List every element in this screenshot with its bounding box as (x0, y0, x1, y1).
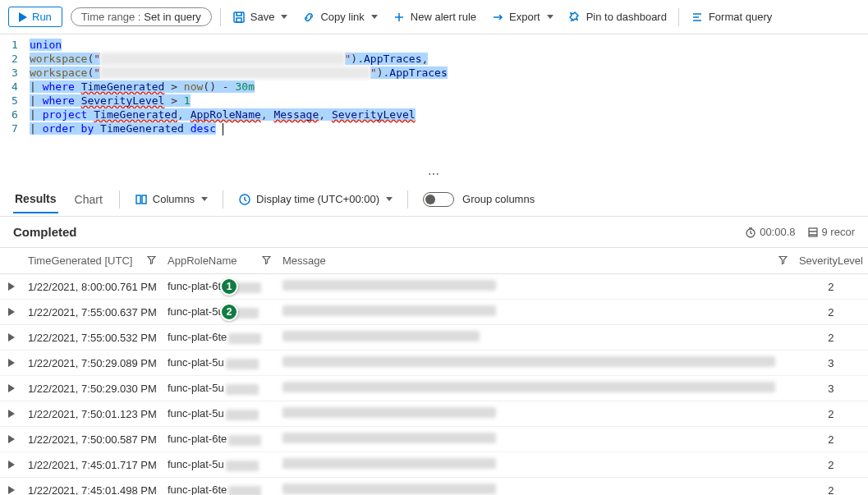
cell-severity: 2 (794, 274, 868, 300)
filter-icon[interactable] (262, 254, 271, 267)
cell-message (278, 351, 794, 376)
svg-marker-16 (8, 486, 15, 494)
filter-icon[interactable] (778, 254, 788, 267)
svg-rect-4 (142, 195, 146, 204)
cell-severity: 2 (794, 401, 868, 427)
cell-role: func-plat-6te (163, 325, 278, 351)
expand-row-button[interactable] (0, 427, 23, 452)
query-editor[interactable]: 1union2workspace("xxxxxxxxxxxxxxxxxxxxxx… (0, 34, 868, 166)
cell-severity: 2 (794, 478, 868, 496)
cell-severity: 2 (794, 427, 868, 452)
expand-row-button[interactable] (0, 274, 23, 300)
annotation-badge: 2 (220, 303, 238, 321)
table-row[interactable]: 1/22/2021, 7:55:00.532 PMfunc-plat-6te2 (0, 325, 868, 351)
expand-row-button[interactable] (0, 452, 23, 478)
svg-marker-8 (8, 282, 15, 291)
cell-message (278, 300, 794, 325)
columns-icon (135, 193, 148, 206)
cell-role: func-plat-5u2 (163, 300, 278, 325)
table-row[interactable]: 1/22/2021, 7:50:01.123 PMfunc-plat-5u2 (0, 401, 868, 427)
collapse-handle[interactable]: ⋯ (0, 166, 868, 182)
group-columns-toggle[interactable] (423, 192, 454, 207)
chevron-down-icon (201, 197, 208, 201)
svg-marker-12 (8, 384, 15, 392)
cell-severity: 2 (794, 452, 868, 478)
time-range-label: Time range : (81, 11, 141, 23)
chevron-down-icon (371, 15, 378, 19)
link-icon (302, 11, 315, 24)
expand-row-button[interactable] (0, 376, 23, 401)
table-row[interactable]: 1/22/2021, 7:50:29.089 PMfunc-plat-5u3 (0, 351, 868, 376)
expand-row-button[interactable] (0, 478, 23, 496)
cell-time: 1/22/2021, 7:50:01.123 PM (23, 401, 163, 427)
columns-label: Columns (153, 193, 195, 205)
format-icon (691, 11, 704, 24)
cell-time: 1/22/2021, 7:50:29.030 PM (23, 376, 163, 401)
save-label: Save (250, 11, 275, 23)
filter-icon[interactable] (147, 254, 156, 267)
play-icon (19, 12, 27, 22)
save-button[interactable]: Save (229, 7, 292, 27)
col-message[interactable]: Message (278, 248, 794, 274)
cell-message (278, 452, 794, 478)
pin-icon (568, 11, 581, 24)
table-row[interactable]: 1/22/2021, 7:50:29.030 PMfunc-plat-5u3 (0, 376, 868, 401)
status-text: Completed (13, 225, 77, 239)
table-row[interactable]: 1/22/2021, 7:55:00.637 PMfunc-plat-5u22 (0, 300, 868, 325)
group-columns-label: Group columns (462, 193, 535, 205)
timer-text: 00:00.8 (760, 226, 795, 238)
export-button[interactable]: Export (488, 7, 557, 27)
svg-rect-2 (237, 18, 241, 22)
format-label: Format query (709, 11, 772, 23)
cell-message (278, 401, 794, 427)
copy-link-button[interactable]: Copy link (299, 7, 380, 27)
svg-marker-13 (8, 410, 15, 418)
col-approlename[interactable]: AppRoleName (163, 248, 278, 274)
table-row[interactable]: 1/22/2021, 7:50:00.587 PMfunc-plat-6te2 (0, 427, 868, 452)
divider (223, 190, 223, 209)
pin-button[interactable]: Pin to dashboard (565, 7, 670, 27)
col-timegenerated[interactable]: TimeGenerated [UTC] (23, 248, 163, 274)
chevron-down-icon (281, 15, 287, 19)
cell-message (278, 478, 794, 496)
plus-icon (393, 11, 406, 24)
svg-marker-0 (19, 12, 27, 22)
stopwatch-icon (745, 227, 756, 238)
table-row[interactable]: 1/22/2021, 7:45:01.717 PMfunc-plat-5u2 (0, 452, 868, 478)
expand-row-button[interactable] (0, 351, 23, 376)
display-time-selector[interactable]: Display time (UTC+00:00) (238, 193, 393, 206)
export-label: Export (509, 11, 540, 23)
records-text: 9 recor (822, 226, 855, 238)
format-query-button[interactable]: Format query (687, 7, 775, 27)
cell-role: func-plat-6te1 (163, 274, 278, 300)
expand-row-button[interactable] (0, 300, 23, 325)
col-severitylevel[interactable]: SeverityLevel (794, 248, 868, 274)
cell-time: 1/22/2021, 7:50:00.587 PM (23, 427, 163, 452)
columns-selector[interactable]: Columns (135, 193, 208, 206)
cell-time: 1/22/2021, 8:00:00.761 PM (23, 274, 163, 300)
tab-chart[interactable]: Chart (73, 186, 104, 213)
run-label: Run (32, 11, 52, 23)
cell-time: 1/22/2021, 7:55:00.637 PM (23, 300, 163, 325)
cell-role: func-plat-6te (163, 478, 278, 496)
expand-row-button[interactable] (0, 325, 23, 351)
run-button[interactable]: Run (8, 7, 62, 27)
cell-time: 1/22/2021, 7:45:01.717 PM (23, 452, 163, 478)
divider (407, 190, 408, 209)
table-row[interactable]: 1/22/2021, 8:00:00.761 PMfunc-plat-6te12 (0, 274, 868, 300)
svg-marker-15 (8, 461, 15, 469)
cell-role: func-plat-5u (163, 401, 278, 427)
svg-marker-9 (8, 308, 15, 316)
divider (678, 8, 679, 26)
table-row[interactable]: 1/22/2021, 7:45:01.498 PMfunc-plat-6te2 (0, 478, 868, 496)
expand-row-button[interactable] (0, 401, 23, 427)
cell-message (278, 427, 794, 452)
cell-message (278, 274, 794, 300)
results-table: TimeGenerated [UTC] AppRoleName Message … (0, 247, 868, 495)
cell-time: 1/22/2021, 7:50:29.089 PM (23, 351, 163, 376)
clock-icon (238, 193, 251, 206)
new-alert-button[interactable]: New alert rule (389, 7, 480, 27)
toolbar: Run Time range : Set in query Save Copy … (0, 0, 868, 34)
time-range-selector[interactable]: Time range : Set in query (71, 7, 212, 26)
tab-results[interactable]: Results (13, 186, 58, 213)
